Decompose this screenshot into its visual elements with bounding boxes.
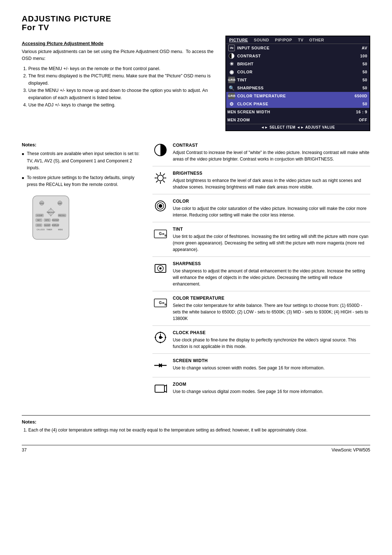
osd-row-bright: ☀ BRIGHT 50 <box>226 60 369 68</box>
svg-text:G: G <box>159 301 162 305</box>
svg-text:WIDE: WIDE <box>58 228 63 231</box>
screenwidth-feature-text: SCREEN WIDTH Use to change various scree… <box>173 357 370 371</box>
svg-text:R: R <box>162 301 164 305</box>
zoom-desc: Use to change various digital zoom modes… <box>173 389 323 394</box>
svg-point-60 <box>160 342 161 343</box>
contrast-icon <box>228 53 235 59</box>
sharpness-title: SHARPNESS <box>173 260 370 267</box>
svg-text:B: B <box>164 234 166 237</box>
clockphase-feature-icon <box>152 329 168 345</box>
osd-label-sharpness: SHARPNESS <box>237 86 362 90</box>
contrast-desc: Adjust Contrast to increase the level of… <box>173 150 369 162</box>
osd-nav-other: OTHER <box>306 36 327 44</box>
feature-contrast: CONTRAST Adjust Contrast to increase the… <box>152 142 370 166</box>
zoom-feature-icon <box>152 381 168 397</box>
bottom-notes-title: Notes: <box>22 419 370 425</box>
osd-value-colortemp: 6500D <box>355 94 367 98</box>
colortemp-icon: GRB <box>228 93 235 99</box>
screenwidth-desc: Use to change various screen width modes… <box>173 365 324 370</box>
sharpness-feature-icon <box>152 260 168 276</box>
steps-list: Press the MENU +/- keys on the remote or… <box>22 65 215 109</box>
osd-row-clockphase: ⚙ CLOCK PHASE 50 <box>226 100 369 108</box>
tint-feature-icon: G R B <box>152 226 168 242</box>
note-1: These controls are available when input … <box>22 150 142 171</box>
feature-screenwidth: SCREEN WIDTH Use to change various scree… <box>152 357 370 377</box>
osd-label-tint: TINT <box>237 78 362 82</box>
osd-row-zoom: MEN ZOOM OFF <box>226 116 369 124</box>
sharpness-feature-text: SHARPNESS Use sharpness to adjust the am… <box>173 260 370 287</box>
osd-label-colortemp: COLOR TEMPERATURE <box>237 94 355 98</box>
osd-value-bright: 50 <box>363 62 367 66</box>
osd-value-contrast: 100 <box>360 54 367 58</box>
tint-icon: GRB <box>228 77 235 83</box>
feature-tint: G R B TINT Use tint to adjust the color … <box>152 226 370 257</box>
intro-text: Various picture adjustments can be set u… <box>22 48 215 62</box>
svg-text:B: B <box>164 303 166 306</box>
osd-nav-tv: TV <box>295 36 306 44</box>
osd-menu: PICTURE SOUND PIP/POP TV OTHER IN INPUT … <box>225 36 370 131</box>
step-3: Use the MENU +/- keys to move up and dow… <box>28 87 215 101</box>
osd-label-input: INPUT SOURCE <box>237 46 362 50</box>
tint-feature-text: TINT Use tint to adjust the color of fle… <box>173 226 370 253</box>
input-icon: IN <box>228 45 235 51</box>
bottom-note-1: Each of the (4) color temperature settin… <box>28 427 370 434</box>
osd-value-input: AV <box>362 46 367 50</box>
feature-zoom: ZOOM Use to change various digital zoom … <box>152 381 370 401</box>
contrast-feature-text: CONTRAST Adjust Contrast to increase the… <box>173 142 370 162</box>
clockphase-desc: Use clock phase to fine-tune the display… <box>173 337 356 349</box>
osd-row-sharpness: 🔍 SHARPNESS 50 <box>226 84 369 92</box>
svg-point-31 <box>158 175 163 181</box>
osd-value-color: 50 <box>363 70 367 74</box>
svg-line-39 <box>156 181 158 182</box>
section-title: Accessing Picture Adjustment Mode <box>22 41 215 46</box>
brightness-feature-icon <box>152 170 168 186</box>
clockphase-feature-text: CLOCK PHASE Use clock phase to fine-tune… <box>173 329 370 350</box>
svg-text:V-CHIP: V-CHIP <box>37 214 43 216</box>
color-icon: ◉ <box>228 69 235 75</box>
svg-point-49 <box>159 267 162 270</box>
svg-text:R: R <box>162 232 164 236</box>
color-desc: Use color to adjust the color saturation… <box>173 206 367 218</box>
remote-area: FAV INP MENU SET MTS FAV/SET <box>22 194 142 242</box>
svg-text:FAV/SET: FAV/SET <box>52 219 59 221</box>
contrast-feature-icon <box>152 142 168 158</box>
page-footer: 37 ViewSonic VPW505 <box>22 445 370 453</box>
osd-label-zoom: ZOOM <box>237 118 359 122</box>
svg-point-61 <box>155 337 156 338</box>
svg-text:MENU: MENU <box>48 211 54 214</box>
svg-point-58 <box>160 332 161 333</box>
osd-nav-sound: SOUND <box>251 36 272 44</box>
notes-left-title: Notes: <box>22 142 142 147</box>
screenwidth-title: SCREEN WIDTH <box>173 357 370 364</box>
svg-text:SET: SET <box>37 219 41 221</box>
osd-row-tint: GRB TINT 50 <box>226 76 369 84</box>
color-feature-text: COLOR Use color to adjust the color satu… <box>173 198 370 218</box>
osd-nav-picture: PICTURE <box>226 36 251 44</box>
osd-value-zoom: OFF <box>359 118 368 122</box>
note-2: To restore picture settings to the facto… <box>22 174 142 188</box>
osd-row-color: ◉ COLOR 50 <box>226 68 369 76</box>
osd-label-screenwidth: SCREEN WIDTH <box>237 110 356 114</box>
notes-section: Notes: These controls are available when… <box>22 142 370 404</box>
osd-row-contrast: CONTRAST 100 <box>226 52 369 60</box>
osd-label-color: COLOR <box>237 70 362 74</box>
osd-value-screenwidth: 16 : 9 <box>356 110 367 114</box>
osd-nav: PICTURE SOUND PIP/POP TV OTHER <box>226 36 369 44</box>
osd-value-clockphase: 50 <box>363 102 367 106</box>
osd-row-input: IN INPUT SOURCE AV <box>226 44 369 52</box>
screenwidth-icon: MEN <box>228 109 235 115</box>
color-title: COLOR <box>173 198 370 204</box>
screenwidth-feature-icon <box>152 357 168 373</box>
features-list: CONTRAST Adjust Contrast to increase the… <box>152 142 370 404</box>
osd-value-sharpness: 50 <box>363 86 367 90</box>
osd-label-clockphase: CLOCK PHASE <box>237 102 362 106</box>
brightness-title: BRIGHTNESS <box>173 170 370 177</box>
svg-text:FAV: FAV <box>40 202 44 204</box>
sharpness-desc: Use sharpness to adjust the amount of de… <box>173 268 365 287</box>
top-section: Accessing Picture Adjustment Mode Variou… <box>22 36 370 131</box>
svg-point-59 <box>165 337 166 338</box>
osd-label-bright: BRIGHT <box>237 62 362 66</box>
feature-colortemp: G R B COLOR TEMPERATURE Select the color… <box>152 295 370 326</box>
osd-row-colortemp: GRB COLOR TEMPERATURE 6500D <box>226 92 369 100</box>
step-1: Press the MENU +/- keys on the remote or… <box>28 65 215 72</box>
